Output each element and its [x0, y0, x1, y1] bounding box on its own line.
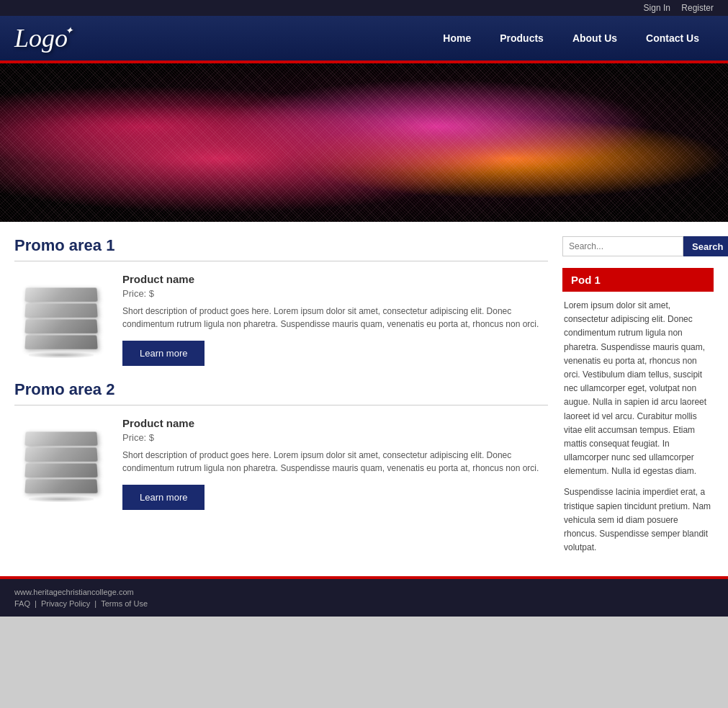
product1-stack-icon	[18, 273, 104, 359]
layer-3b	[24, 463, 97, 477]
nav-products[interactable]: Products	[485, 27, 558, 50]
promo-area-2: Promo area 2 Product name	[14, 380, 548, 510]
nav-contact[interactable]: Contact Us	[632, 27, 714, 50]
search-button[interactable]: Search	[683, 236, 728, 256]
search-input[interactable]	[562, 236, 683, 256]
hero-fireworks-image	[0, 63, 728, 222]
layer-3	[24, 319, 97, 333]
promo2-title: Promo area 2	[14, 380, 548, 399]
footer-terms-link[interactable]: Terms of Use	[101, 599, 148, 608]
footer-faq-link[interactable]: FAQ	[14, 599, 30, 608]
product-row-2: Product name Price: $ Short description …	[14, 417, 548, 510]
main-content: Promo area 1 Product name	[0, 222, 728, 576]
header: Logo✦ Home Products About Us Contact Us	[0, 16, 728, 63]
logo-star-icon: ✦	[65, 24, 73, 37]
product1-info: Product name Price: $ Short description …	[122, 273, 548, 366]
footer-sep-1: |	[35, 599, 37, 608]
product2-price: Price: $	[122, 432, 548, 443]
promo2-divider	[14, 405, 548, 405]
footer: www.heritagechristiancollege.com FAQ | P…	[0, 576, 728, 617]
layer-1	[24, 287, 97, 301]
product1-name: Product name	[122, 273, 548, 285]
layer-4b	[24, 479, 97, 493]
product1-price: Price: $	[122, 288, 548, 299]
nav-home[interactable]: Home	[428, 27, 485, 50]
product1-desc: Short description of product goes here. …	[122, 305, 548, 331]
layer-1b	[24, 431, 97, 445]
footer-url: www.heritagechristiancollege.com	[14, 588, 714, 596]
learn-more-btn-2[interactable]: Learn more	[122, 485, 205, 510]
product2-info: Product name Price: $ Short description …	[122, 417, 548, 510]
pod-1: Pod 1 Lorem ipsum dolor sit amet, consec…	[562, 268, 714, 555]
promo-area-1: Promo area 1 Product name	[14, 236, 548, 366]
hero-banner	[0, 63, 728, 222]
left-content: Promo area 1 Product name	[14, 236, 562, 562]
product1-image	[14, 273, 108, 359]
product2-name: Product name	[122, 417, 548, 429]
promo1-divider	[14, 261, 548, 261]
product2-stack-icon	[18, 417, 104, 503]
layer-2	[24, 303, 97, 317]
footer-sep-2: |	[94, 599, 96, 608]
product2-image	[14, 417, 108, 503]
layer-4	[24, 335, 97, 349]
promo1-title: Promo area 1	[14, 236, 548, 255]
top-bar: Sign In Register	[0, 0, 728, 16]
register-link[interactable]: Register	[681, 3, 714, 13]
main-nav: Home Products About Us Contact Us	[428, 27, 714, 50]
nav-about[interactable]: About Us	[558, 27, 632, 50]
signin-link[interactable]: Sign In	[644, 3, 670, 13]
search-bar: Search	[562, 236, 714, 256]
learn-more-btn-1[interactable]: Learn more	[122, 341, 205, 366]
pod1-text: Lorem ipsum dolor sit amet, consectetur …	[562, 299, 714, 555]
sidebar: Search Pod 1 Lorem ipsum dolor sit amet,…	[562, 236, 714, 562]
layer-2b	[24, 447, 97, 461]
product2-desc: Short description of product goes here. …	[122, 449, 548, 475]
logo[interactable]: Logo✦	[14, 23, 68, 53]
product-row-1: Product name Price: $ Short description …	[14, 273, 548, 366]
footer-privacy-link[interactable]: Privacy Policy	[41, 599, 90, 608]
footer-links: FAQ | Privacy Policy | Terms of Use	[14, 599, 714, 608]
stack-shadow-2	[29, 496, 94, 502]
pod1-header: Pod 1	[562, 268, 714, 292]
stack-shadow	[29, 352, 94, 358]
